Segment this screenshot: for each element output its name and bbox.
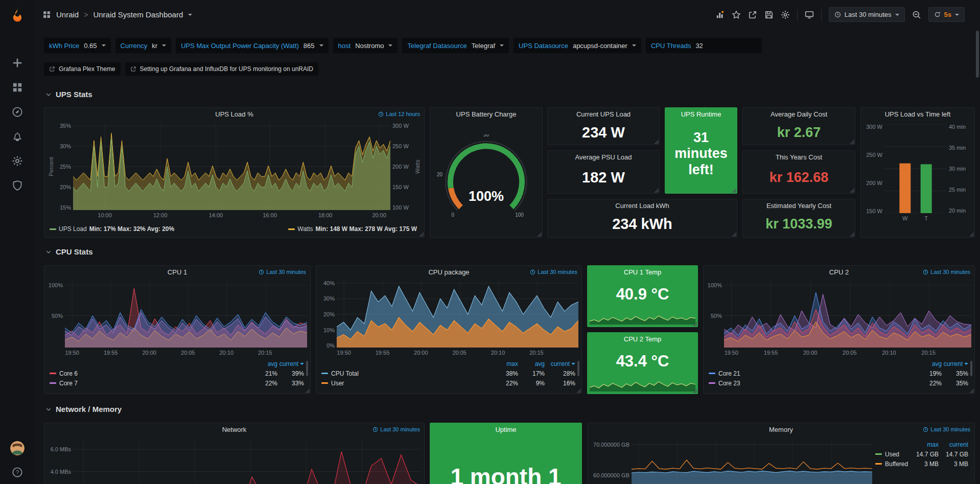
panel-cpu1[interactable]: CPU 1 Last 30 minutes 100%50% 19:5019:55… <box>44 265 311 394</box>
panel-uptime[interactable]: Uptime 1 month 1 <box>430 423 582 484</box>
legend-sort-current[interactable]: current <box>545 360 575 367</box>
section-network-memory[interactable]: Network / Memory <box>45 405 122 413</box>
cpu2-chart[interactable] <box>724 281 971 348</box>
dashboard-dropdown-caret-icon[interactable] <box>188 14 192 16</box>
panel-cpu2[interactable]: CPU 2 Last 30 minutes 100%50% 19:5019:55… <box>703 265 975 394</box>
variable-ups-datasource[interactable]: UPS Datasourceapcupsd-container <box>514 38 641 53</box>
add-panel-icon[interactable] <box>715 10 725 19</box>
cpu-threads-input[interactable] <box>695 42 757 50</box>
zoom-out-icon[interactable] <box>912 10 921 19</box>
variable-host[interactable]: hostNostromo <box>333 38 398 53</box>
panel-title[interactable]: CPU 1 Temp <box>588 266 697 279</box>
chart-plot[interactable] <box>73 439 421 484</box>
panel-title[interactable]: UPS Runtime <box>665 108 737 121</box>
variable-ups-max-output[interactable]: UPS Max Output Power Capacity (Watt)865 <box>176 38 328 53</box>
page-scrollbar[interactable] <box>976 31 979 78</box>
alerting-bell-icon[interactable] <box>12 131 23 142</box>
panel-time-range[interactable]: Last 30 minutes <box>372 426 420 432</box>
cpu-package-chart[interactable] <box>337 281 578 348</box>
resize-handle[interactable] <box>419 232 424 237</box>
chart-plot[interactable] <box>632 439 872 484</box>
legend-row[interactable]: Core 2119%35% <box>709 368 968 378</box>
legend-scrollbar[interactable] <box>970 361 972 376</box>
user-avatar[interactable] <box>10 441 25 455</box>
dashboard-grid-icon[interactable] <box>42 10 51 19</box>
resize-handle[interactable] <box>850 232 854 237</box>
resize-handle[interactable] <box>537 232 542 237</box>
time-range-picker[interactable]: Last 30 minutes <box>829 7 905 22</box>
breadcrumb-dashboard[interactable]: Unraid System Dashboard <box>93 10 183 19</box>
panel-time-range[interactable]: Last 30 minutes <box>923 426 970 432</box>
resize-handle[interactable] <box>969 232 974 237</box>
resize-handle[interactable] <box>850 188 854 193</box>
panel-cpu-package[interactable]: CPU package Last 30 minutes 40%30%20%10%… <box>316 265 582 394</box>
section-cpu-stats[interactable]: CPU Stats <box>45 247 93 256</box>
legend-item[interactable]: WattsMin: 148 W Max: 278 W Avg: 175 W <box>288 225 417 233</box>
server-admin-shield-icon[interactable] <box>12 180 23 191</box>
resize-handle[interactable] <box>576 388 581 393</box>
legend-scrollbar[interactable] <box>306 361 308 376</box>
panel-title[interactable]: Estimated Yearly Cost <box>743 199 855 213</box>
legend-item[interactable]: UPS LoadMin: 17% Max: 32% Avg: 20% <box>50 225 174 233</box>
chart-plot[interactable] <box>724 281 971 348</box>
panel-ups-load[interactable]: UPS Load % Last 12 hours Percent 35%30%2… <box>44 107 425 238</box>
panel-network[interactable]: Network Last 30 minutes 6.0 MBs4.0 MBs2.… <box>44 423 425 484</box>
legend-sort-avg[interactable]: avg <box>518 360 545 367</box>
panel-memory[interactable]: Memory Last 30 minutes 70.000000 GB60.00… <box>587 423 975 484</box>
panel-title[interactable]: Current UPS Load <box>548 108 659 121</box>
resize-handle[interactable] <box>692 321 697 326</box>
resize-handle[interactable] <box>732 232 736 237</box>
panel-time-range[interactable]: Last 30 minutes <box>259 269 306 275</box>
panel-title[interactable]: Network <box>44 423 424 436</box>
panel-title[interactable]: Average Daily Cost <box>743 108 855 121</box>
panel-average-daily-cost[interactable]: Average Daily Cost kr 2.67 <box>742 107 855 145</box>
variable-telegraf-datasource[interactable]: Telegraf DatasourceTelegraf <box>402 38 509 53</box>
network-chart[interactable] <box>73 439 421 484</box>
refresh-interval-caret-icon[interactable] <box>955 14 959 16</box>
configuration-gear-icon[interactable] <box>12 155 23 167</box>
panel-title[interactable]: UPS Load vs Time left <box>861 108 974 121</box>
variable-currency[interactable]: Currencykr <box>115 38 172 53</box>
legend-sort-current[interactable]: current <box>942 360 968 367</box>
legend-row[interactable]: User22%9%16% <box>321 378 575 388</box>
panel-current-ups-load[interactable]: Current UPS Load 234 W <box>547 107 660 145</box>
legend-row[interactable]: Core 722%33% <box>50 378 304 388</box>
save-icon[interactable] <box>764 10 774 19</box>
panel-ups-runtime[interactable]: UPS Runtime 31 minutes left! <box>665 107 737 194</box>
panel-estimated-yearly-cost[interactable]: Estimated Yearly Cost kr 1033.99 <box>742 199 855 238</box>
legend-row[interactable]: CPU Total38%17%28% <box>321 368 575 378</box>
resize-handle[interactable] <box>305 388 310 393</box>
panel-this-years-cost[interactable]: This Years Cost kr 162.68 <box>742 150 855 194</box>
legend-sort-avg[interactable]: avg <box>915 360 942 367</box>
explore-compass-icon[interactable] <box>12 106 23 118</box>
legend-sort-current[interactable]: current <box>939 441 968 448</box>
panel-title[interactable]: Average PSU Load <box>548 151 659 164</box>
panel-cpu2-temp[interactable]: CPU 2 Temp 43.4 °C <box>587 332 698 394</box>
refresh-button[interactable]: 5s <box>928 7 965 22</box>
cycle-view-monitor-icon[interactable] <box>805 10 814 19</box>
grafana-logo-icon[interactable] <box>8 6 27 25</box>
legend-row[interactable]: Buffered3 MB3 MB <box>875 459 968 469</box>
ups-vs-time-bar-chart[interactable] <box>884 124 947 213</box>
resize-handle[interactable] <box>969 388 974 393</box>
legend-row[interactable]: Core 621%39% <box>50 368 304 378</box>
panel-title[interactable]: Current Load kWh <box>548 199 737 213</box>
cpu1-chart[interactable] <box>65 281 307 348</box>
chart-plot[interactable] <box>65 281 307 348</box>
share-icon[interactable] <box>748 10 757 19</box>
panel-title[interactable]: Uptime <box>430 423 581 436</box>
variable-kwh-price[interactable]: kWh Price0.65 <box>44 38 111 53</box>
panel-time-range[interactable]: Last 12 hours <box>378 111 420 117</box>
panel-title[interactable]: Memory <box>588 423 974 436</box>
panel-time-range[interactable]: Last 30 minutes <box>923 269 970 275</box>
ups-load-chart[interactable] <box>73 123 390 210</box>
resize-handle[interactable] <box>654 188 659 193</box>
help-icon[interactable]: ? <box>12 467 23 478</box>
refresh-interval-label[interactable]: 5s <box>944 11 951 18</box>
panel-current-load-kwh[interactable]: Current Load kWh 234 kWh <box>547 199 737 238</box>
panel-title[interactable]: UPS Load % <box>44 108 424 121</box>
resize-handle[interactable] <box>732 188 736 193</box>
chart-plot[interactable] <box>73 123 390 210</box>
legend-row[interactable]: Used14.7 GB14.7 GB <box>875 449 968 459</box>
legend-sort-max[interactable]: max <box>492 360 518 367</box>
